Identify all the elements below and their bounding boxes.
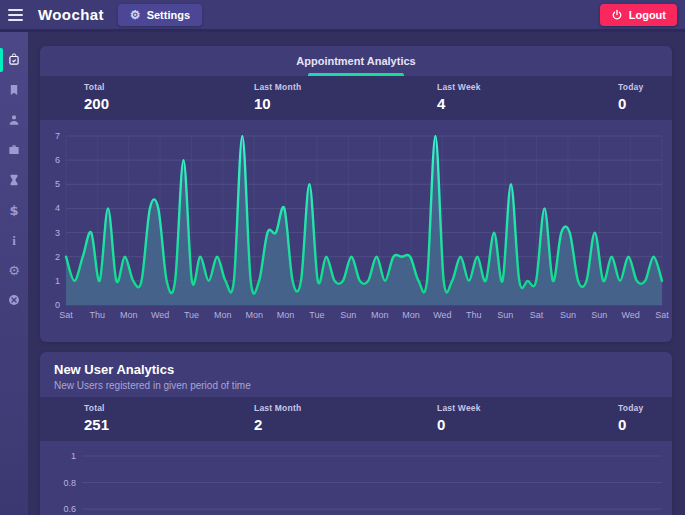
svg-text:4: 4 (55, 203, 60, 213)
stat-label: Total (84, 82, 109, 92)
stat-label: Total (84, 403, 109, 413)
appointment-chart-area: 01234567SatThuMonWedTueMonMonMonTueSunMo… (40, 120, 672, 342)
stat-value: 0 (618, 95, 643, 112)
svg-text:Wed: Wed (151, 310, 169, 320)
appointment-stats-band: Total 200 Last Month 10 Last Week 4 Toda… (40, 76, 672, 120)
life-ring-icon (7, 293, 21, 307)
svg-text:Sun: Sun (560, 310, 576, 320)
svg-text:1: 1 (71, 451, 76, 461)
stat-label: Today (618, 403, 643, 413)
section-title: New User Analytics (54, 362, 658, 377)
new-user-title-block: New User Analytics New Users registered … (40, 352, 672, 397)
stat-value: 2 (254, 416, 301, 433)
svg-text:0.6: 0.6 (63, 504, 76, 514)
svg-text:Mon: Mon (245, 310, 263, 320)
hourglass-icon (7, 173, 21, 187)
svg-text:Mon: Mon (402, 310, 420, 320)
section-subtitle: New Users registered in given period of … (54, 380, 658, 391)
svg-text:Sun: Sun (340, 310, 356, 320)
stat-value: 4 (437, 95, 481, 112)
stat-last-week: Last Week 0 (437, 403, 481, 433)
stat-value: 251 (84, 416, 109, 433)
new-user-stats-band: Total 251 Last Month 2 Last Week 0 Today… (40, 397, 672, 441)
svg-text:Sat: Sat (655, 310, 669, 320)
sidebar-item-payments[interactable]: $ (0, 195, 28, 225)
stat-last-month: Last Month 10 (254, 82, 301, 112)
svg-text:Wed: Wed (621, 310, 639, 320)
stat-today: Today 0 (618, 403, 643, 433)
briefcase-icon (7, 143, 21, 157)
sidebar-item-support[interactable] (0, 285, 28, 315)
svg-text:Mon: Mon (371, 310, 389, 320)
sidebar-item-users[interactable] (0, 105, 28, 135)
svg-text:Wed: Wed (433, 310, 451, 320)
main-content: Appointment Analytics Total 200 Last Mon… (28, 35, 685, 515)
stat-label: Last Week (437, 403, 481, 413)
svg-text:Sun: Sun (591, 310, 607, 320)
svg-text:6: 6 (55, 155, 60, 165)
logout-button-label: Logout (629, 9, 666, 21)
svg-text:3: 3 (55, 228, 60, 238)
sidebar-item-history[interactable] (0, 165, 28, 195)
info-icon: i (12, 234, 16, 247)
stat-total: Total 200 (84, 82, 109, 112)
svg-text:0: 0 (55, 300, 60, 310)
stat-total: Total 251 (84, 403, 109, 433)
new-user-chart-area: 10.80.60.40.20 (40, 441, 672, 515)
power-icon (611, 9, 623, 21)
svg-text:Thu: Thu (466, 310, 482, 320)
svg-text:Sun: Sun (497, 310, 513, 320)
stat-value: 0 (618, 416, 643, 433)
sidebar-item-settings[interactable]: ⚙ (0, 255, 28, 285)
svg-text:Thu: Thu (90, 310, 106, 320)
svg-text:1: 1 (55, 276, 60, 286)
new-user-line-chart[interactable]: 10.80.60.40.20 (40, 441, 672, 515)
svg-text:Sat: Sat (530, 310, 544, 320)
bookmark-icon (7, 83, 21, 97)
stat-last-month: Last Month 2 (254, 403, 301, 433)
analytics-tab-bar: Appointment Analytics (40, 46, 672, 76)
sidebar-item-info[interactable]: i (0, 225, 28, 255)
stat-label: Last Week (437, 82, 481, 92)
dollar-icon: $ (9, 204, 18, 217)
settings-button[interactable]: ⚙ Settings (118, 4, 202, 26)
svg-text:2: 2 (55, 252, 60, 262)
svg-text:5: 5 (55, 179, 60, 189)
appointment-line-chart[interactable]: 01234567SatThuMonWedTueMonMonMonTueSunMo… (40, 120, 672, 338)
app-header: Woochat ⚙ Settings Logout (0, 0, 685, 32)
sidebar-item-bookmarks[interactable] (0, 75, 28, 105)
svg-text:Mon: Mon (120, 310, 138, 320)
gear-icon: ⚙ (130, 9, 141, 21)
stat-label: Today (618, 82, 643, 92)
svg-text:Tue: Tue (184, 310, 199, 320)
user-icon (7, 113, 21, 127)
sidebar-nav: $ i ⚙ (0, 32, 28, 515)
svg-text:Mon: Mon (214, 310, 232, 320)
svg-text:Tue: Tue (309, 310, 324, 320)
stat-value: 10 (254, 95, 301, 112)
stat-today: Today 0 (618, 82, 643, 112)
stat-last-week: Last Week 4 (437, 82, 481, 112)
logout-button[interactable]: Logout (600, 4, 677, 26)
appointment-analytics-card: Appointment Analytics Total 200 Last Mon… (40, 46, 672, 342)
sidebar-item-appointments[interactable] (0, 45, 28, 75)
stat-label: Last Month (254, 403, 301, 413)
settings-button-label: Settings (147, 9, 190, 21)
sidebar-item-business[interactable] (0, 135, 28, 165)
stat-label: Last Month (254, 82, 301, 92)
stat-value: 200 (84, 95, 109, 112)
new-user-analytics-card: New User Analytics New Users registered … (40, 352, 672, 515)
brand-title: Woochat (38, 6, 104, 23)
hamburger-menu-icon[interactable] (0, 0, 30, 29)
svg-text:0.8: 0.8 (63, 478, 76, 488)
svg-text:7: 7 (55, 131, 60, 141)
svg-text:Mon: Mon (277, 310, 295, 320)
stat-value: 0 (437, 416, 481, 433)
appointments-icon (7, 53, 21, 67)
gear-icon: ⚙ (8, 264, 20, 277)
svg-text:Sat: Sat (59, 310, 73, 320)
